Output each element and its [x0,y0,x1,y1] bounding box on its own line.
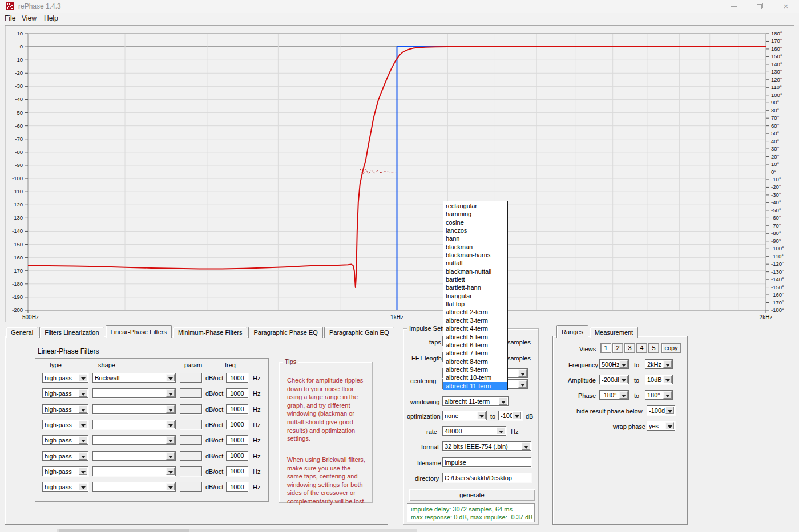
view-button-4[interactable]: 4 [636,343,647,353]
chevron-down-icon[interactable] [665,422,674,429]
chevron-down-icon[interactable] [166,468,175,475]
chevron-down-icon[interactable] [518,380,527,388]
dropdown-item-blackman-harris[interactable]: blackman-harris [443,251,507,259]
generate-button[interactable]: generate [409,489,535,501]
filter-param-input[interactable] [180,482,202,492]
filter-param-input[interactable] [180,451,202,461]
restore-button[interactable] [746,0,773,13]
filter-type-combo[interactable]: high-pass [42,482,88,492]
filter-freq-input[interactable] [226,466,248,476]
minimize-button[interactable] [720,0,746,13]
filter-freq-input[interactable] [226,435,248,445]
dropdown-item-blackman-nuttall[interactable]: blackman-nuttall [443,267,507,275]
amplitude-to-combo[interactable]: 10dB [645,375,673,384]
tab-general[interactable]: General [6,327,38,338]
chevron-down-icon[interactable] [166,405,175,413]
dropdown-item-albrecht-5-term[interactable]: albrecht 5-term [443,333,507,341]
menu-view[interactable]: View [22,14,37,22]
chevron-down-icon[interactable] [166,374,175,381]
chevron-down-icon[interactable] [663,360,672,368]
filter-param-input[interactable] [180,404,202,414]
dropdown-item-albrecht-6-term[interactable]: albrecht 6-term [443,341,507,349]
dropdown-item-flat-top[interactable]: flat top [443,300,507,308]
format-combo[interactable]: 32 bits IEEE-754 (.bin) [442,441,531,451]
filter-param-input[interactable] [180,388,202,398]
filter-shape-combo[interactable] [92,451,176,461]
dropdown-item-albrecht-9-term[interactable]: albrecht 9-term [443,366,507,373]
filter-freq-input[interactable] [226,420,248,429]
chevron-down-icon[interactable] [619,391,628,399]
filter-type-combo[interactable]: high-pass [42,404,88,414]
view-button-5[interactable]: 5 [648,343,659,353]
dropdown-item-hann[interactable]: hann [443,234,507,242]
dropdown-item-nuttall[interactable]: nuttall [443,259,507,267]
frequency-to-combo[interactable]: 2kHz [645,359,673,369]
dropdown-item-bartlett[interactable]: bartlett [443,275,507,283]
phase-to-combo[interactable]: 180° [645,390,673,400]
chevron-down-icon[interactable] [663,376,672,383]
optimization-db-combo[interactable]: -100 [498,411,522,420]
filter-type-combo[interactable]: high-pass [42,466,88,476]
dropdown-item-hamming[interactable]: hamming [443,210,507,218]
chevron-down-icon[interactable] [522,442,530,450]
chevron-down-icon[interactable] [166,452,175,460]
tab-measurement[interactable]: Measurement [590,327,638,338]
chevron-down-icon[interactable] [79,468,87,475]
dropdown-item-albrecht-3-term[interactable]: albrecht 3-term [443,316,507,324]
chevron-down-icon[interactable] [477,412,486,419]
menu-file[interactable]: File [5,14,15,22]
chevron-down-icon[interactable] [166,483,175,490]
chevron-down-icon[interactable] [79,405,87,413]
chevron-down-icon[interactable] [79,421,87,428]
view-copy-button[interactable]: copy [661,343,681,353]
chevron-down-icon[interactable] [518,369,527,377]
directory-input[interactable] [442,473,531,482]
tab-paragraphic-phase-eq[interactable]: Paragraphic Phase EQ [248,327,323,338]
chevron-down-icon[interactable] [79,452,87,460]
view-button-3[interactable]: 3 [624,343,635,353]
dropdown-item-albrecht-2-term[interactable]: albrecht 2-term [443,308,507,316]
chevron-down-icon[interactable] [79,389,87,397]
dropdown-item-bartlett-hann[interactable]: bartlett-hann [443,283,507,291]
chevron-down-icon[interactable] [619,376,628,383]
chevron-down-icon[interactable] [166,389,175,397]
optimization-combo[interactable]: none [442,411,487,420]
filter-shape-combo[interactable] [92,482,176,492]
chevron-down-icon[interactable] [663,391,672,399]
filter-param-input[interactable] [180,435,202,445]
filter-type-combo[interactable]: high-pass [42,388,88,398]
tab-ranges[interactable]: Ranges [556,325,588,338]
dropdown-item-triangular[interactable]: triangular [443,292,507,300]
close-button[interactable]: × [773,0,799,13]
tab-minimum-phase-filters[interactable]: Minimum-Phase Filters [173,327,247,338]
filter-type-combo[interactable]: high-pass [42,420,88,429]
chevron-down-icon[interactable] [79,436,87,444]
dropdown-item-albrecht-4-term[interactable]: albrecht 4-term [443,324,507,332]
tab-filters-linearization[interactable]: Filters Linearization [39,327,104,338]
view-button-2[interactable]: 2 [612,343,623,353]
menu-help[interactable]: Help [44,14,58,22]
chevron-down-icon[interactable] [79,483,87,490]
filter-type-combo[interactable]: high-pass [42,373,88,383]
chevron-down-icon[interactable] [619,360,628,368]
dropdown-item-albrecht-8-term[interactable]: albrecht 8-term [443,358,507,366]
filter-shape-combo[interactable] [92,388,176,398]
dropdown-item-lanczos[interactable]: lanczos [443,226,507,234]
filter-type-combo[interactable]: high-pass [42,435,88,445]
chevron-down-icon[interactable] [166,436,175,444]
dropdown-item-albrecht-11-term[interactable]: albrecht 11-term [443,382,507,390]
dropdown-item-albrecht-7-term[interactable]: albrecht 7-term [443,349,507,357]
filter-shape-combo[interactable]: Brickwall [92,373,176,383]
dropdown-item-albrecht-10-term[interactable]: albrecht 10-term [443,373,507,381]
filter-freq-input[interactable] [226,482,248,492]
filter-freq-input[interactable] [226,388,248,398]
filter-type-combo[interactable]: high-pass [42,451,88,461]
phase-from-combo[interactable]: -180° [599,390,629,400]
dropdown-item-rectangular[interactable]: rectangular [443,202,507,210]
filter-shape-combo[interactable] [92,420,176,429]
filter-shape-combo[interactable] [92,466,176,476]
frequency-from-combo[interactable]: 500Hz [599,359,629,369]
filter-freq-input[interactable] [226,451,248,461]
filter-freq-input[interactable] [226,404,248,414]
filter-shape-combo[interactable] [92,404,176,414]
